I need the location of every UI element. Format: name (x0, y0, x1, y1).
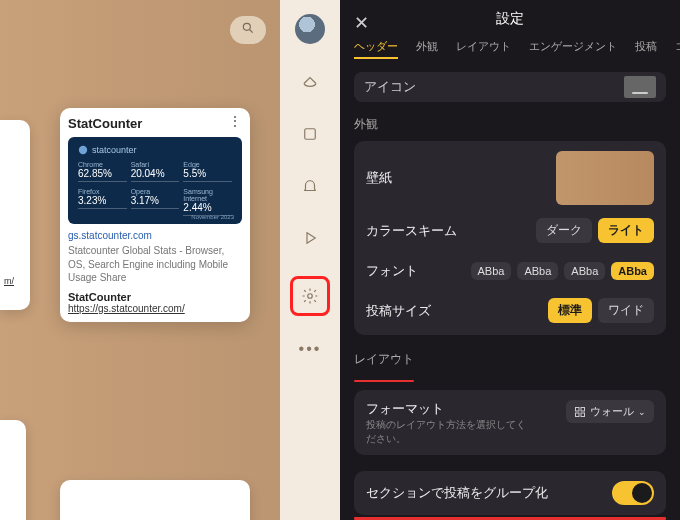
card-description: Statcounter Global Stats - Browser, OS, … (68, 244, 242, 285)
post-size-label: 投稿サイズ (366, 302, 431, 320)
settings-title: 設定 (496, 10, 524, 28)
card-url: gs.statcounter.com (68, 230, 242, 241)
section-layout-label: レイアウト (340, 351, 680, 376)
font-opt-4[interactable]: ABba (611, 262, 654, 280)
font-opt-1[interactable]: ABba (471, 262, 512, 280)
share-icon[interactable] (296, 68, 324, 96)
svg-rect-9 (581, 413, 585, 417)
svg-rect-3 (305, 129, 316, 140)
svg-point-5 (308, 294, 313, 299)
icon-thumb (624, 76, 656, 98)
svg-line-1 (250, 30, 253, 33)
chevron-down-icon: ⌄ (638, 407, 646, 417)
bell-icon[interactable] (296, 172, 324, 200)
svg-rect-7 (581, 407, 585, 411)
highlight-underline (354, 380, 414, 383)
settings-panel: ✕ 設定 ヘッダー 外観 レイアウト エンゲージメント 投稿 コンテン アイコン… (340, 0, 680, 520)
font-opt-2[interactable]: ABba (517, 262, 558, 280)
tab-post[interactable]: 投稿 (635, 39, 657, 59)
color-scheme-label: カラースキーム (366, 222, 457, 240)
font-label: フォント (366, 262, 418, 280)
post-size-standard[interactable]: 標準 (548, 298, 592, 323)
format-select[interactable]: ウォール ⌄ (566, 400, 654, 423)
wallpaper-thumb[interactable] (556, 151, 654, 205)
play-icon[interactable] (296, 224, 324, 252)
card-menu-icon[interactable]: ⋮ (228, 116, 242, 126)
svg-marker-4 (307, 233, 315, 244)
card-link[interactable]: https://gs.statcounter.com/ (68, 303, 242, 314)
partial-card-left-bottom (0, 420, 26, 520)
settings-tabs: ヘッダー 外観 レイアウト エンゲージメント 投稿 コンテン (340, 39, 680, 68)
grid-icon (574, 406, 586, 418)
format-label: フォーマット (366, 400, 526, 418)
icon-row[interactable]: アイコン (354, 72, 666, 102)
icon-row-label: アイコン (364, 78, 416, 96)
svg-rect-6 (576, 407, 580, 411)
card-title: StatCounter (68, 116, 242, 131)
svg-point-0 (243, 23, 250, 30)
format-desc: 投稿のレイアウト方法を選択してください。 (366, 418, 526, 445)
close-icon[interactable]: ✕ (354, 12, 369, 34)
search-box[interactable] (230, 16, 266, 44)
tab-header[interactable]: ヘッダー (354, 39, 398, 59)
tab-engagement[interactable]: エンゲージメント (529, 39, 617, 59)
settings-icon[interactable] (290, 276, 330, 316)
scheme-dark[interactable]: ダーク (536, 218, 592, 243)
wallpaper-label: 壁紙 (366, 169, 392, 187)
avatar[interactable] (295, 14, 325, 44)
group-toggle[interactable] (612, 481, 654, 505)
group-label: セクションで投稿をグループ化 (366, 484, 548, 502)
post-size-wide[interactable]: ワイド (598, 298, 654, 323)
font-opt-3[interactable]: ABba (564, 262, 605, 280)
scheme-light[interactable]: ライト (598, 218, 654, 243)
card-subtitle: StatCounter (68, 291, 242, 303)
section-appearance-label: 外観 (340, 116, 680, 141)
right-sidebar: ••• (280, 0, 340, 520)
post-card[interactable]: ⋮ StatCounter statcounter Chrome62.85% S… (60, 108, 250, 322)
more-icon[interactable]: ••• (299, 340, 322, 358)
tab-content[interactable]: コンテン (675, 39, 680, 59)
svg-rect-8 (576, 413, 580, 417)
card-preview-image: statcounter Chrome62.85% Safari20.04% Ed… (68, 137, 242, 224)
svg-point-2 (79, 146, 87, 154)
partial-card-left: m/ (0, 120, 30, 310)
search-icon (241, 21, 255, 39)
partial-card-bottom (60, 480, 250, 520)
tab-appearance[interactable]: 外観 (416, 39, 438, 59)
tab-layout[interactable]: レイアウト (456, 39, 511, 59)
repeat-icon[interactable] (296, 120, 324, 148)
